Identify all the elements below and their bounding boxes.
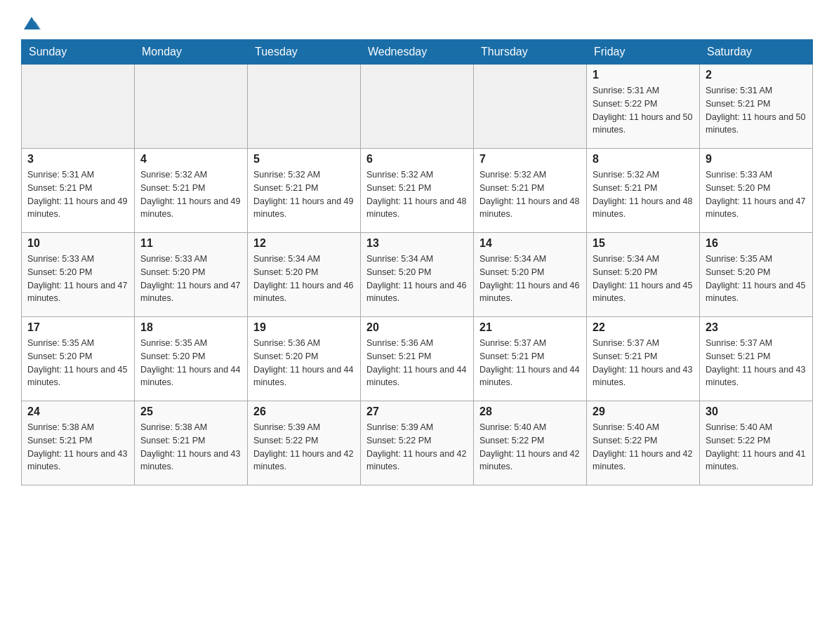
page-header [21, 14, 813, 32]
day-number: 23 [706, 321, 807, 334]
day-number: 15 [593, 237, 694, 250]
day-info: Sunrise: 5:34 AM Sunset: 5:20 PM Dayligh… [479, 253, 581, 305]
day-number: 1 [593, 69, 694, 81]
day-info: Sunrise: 5:40 AM Sunset: 5:22 PM Dayligh… [706, 421, 807, 474]
day-number: 19 [253, 321, 355, 334]
calendar-cell: 5Sunrise: 5:32 AM Sunset: 5:21 PM Daylig… [248, 149, 361, 233]
calendar-cell [135, 65, 248, 149]
calendar-cell: 14Sunrise: 5:34 AM Sunset: 5:20 PM Dayli… [474, 233, 587, 317]
day-number: 2 [706, 69, 807, 81]
calendar-cell: 17Sunrise: 5:35 AM Sunset: 5:20 PM Dayli… [22, 317, 135, 401]
calendar-cell [474, 65, 587, 149]
calendar-cell: 3Sunrise: 5:31 AM Sunset: 5:21 PM Daylig… [22, 149, 135, 233]
calendar-cell: 26Sunrise: 5:39 AM Sunset: 5:22 PM Dayli… [248, 401, 361, 485]
day-number: 4 [140, 153, 241, 166]
day-number: 5 [253, 153, 355, 166]
day-info: Sunrise: 5:37 AM Sunset: 5:21 PM Dayligh… [706, 337, 807, 389]
calendar-cell: 23Sunrise: 5:37 AM Sunset: 5:21 PM Dayli… [700, 317, 813, 401]
day-number: 29 [593, 405, 694, 418]
day-info: Sunrise: 5:31 AM Sunset: 5:21 PM Dayligh… [706, 84, 807, 137]
calendar-cell: 2Sunrise: 5:31 AM Sunset: 5:21 PM Daylig… [700, 65, 813, 149]
calendar-cell: 19Sunrise: 5:36 AM Sunset: 5:20 PM Dayli… [248, 317, 361, 401]
calendar-cell: 29Sunrise: 5:40 AM Sunset: 5:22 PM Dayli… [587, 401, 700, 485]
day-info: Sunrise: 5:34 AM Sunset: 5:20 PM Dayligh… [366, 253, 468, 305]
day-number: 24 [27, 405, 128, 418]
day-info: Sunrise: 5:40 AM Sunset: 5:22 PM Dayligh… [593, 421, 694, 474]
day-number: 13 [366, 237, 468, 250]
day-info: Sunrise: 5:32 AM Sunset: 5:21 PM Dayligh… [366, 168, 468, 221]
day-number: 26 [253, 405, 355, 418]
day-info: Sunrise: 5:32 AM Sunset: 5:21 PM Dayligh… [479, 168, 581, 221]
calendar-cell: 15Sunrise: 5:34 AM Sunset: 5:20 PM Dayli… [587, 233, 700, 317]
calendar-cell: 25Sunrise: 5:38 AM Sunset: 5:21 PM Dayli… [135, 401, 248, 485]
weekday-header-sunday: Sunday [22, 40, 135, 65]
day-info: Sunrise: 5:40 AM Sunset: 5:22 PM Dayligh… [479, 421, 581, 474]
day-info: Sunrise: 5:31 AM Sunset: 5:21 PM Dayligh… [27, 168, 128, 221]
day-info: Sunrise: 5:32 AM Sunset: 5:21 PM Dayligh… [253, 168, 355, 221]
calendar-cell: 11Sunrise: 5:33 AM Sunset: 5:20 PM Dayli… [135, 233, 248, 317]
day-number: 30 [706, 405, 807, 418]
calendar-week-2: 3Sunrise: 5:31 AM Sunset: 5:21 PM Daylig… [22, 149, 813, 233]
day-number: 9 [706, 153, 807, 166]
day-number: 10 [27, 237, 128, 250]
calendar-week-1: 1Sunrise: 5:31 AM Sunset: 5:22 PM Daylig… [22, 65, 813, 149]
calendar-cell [248, 65, 361, 149]
day-number: 18 [140, 321, 241, 334]
day-info: Sunrise: 5:31 AM Sunset: 5:22 PM Dayligh… [593, 84, 694, 137]
weekday-header-wednesday: Wednesday [361, 40, 474, 65]
day-number: 22 [593, 321, 694, 334]
calendar-cell: 1Sunrise: 5:31 AM Sunset: 5:22 PM Daylig… [587, 65, 700, 149]
weekday-header-saturday: Saturday [700, 40, 813, 65]
day-info: Sunrise: 5:38 AM Sunset: 5:21 PM Dayligh… [27, 421, 128, 474]
weekday-header-friday: Friday [587, 40, 700, 65]
logo [21, 14, 41, 32]
day-number: 8 [593, 153, 694, 166]
calendar-week-5: 24Sunrise: 5:38 AM Sunset: 5:21 PM Dayli… [22, 401, 813, 485]
day-info: Sunrise: 5:33 AM Sunset: 5:20 PM Dayligh… [27, 253, 128, 305]
calendar-cell: 18Sunrise: 5:35 AM Sunset: 5:20 PM Dayli… [135, 317, 248, 401]
calendar-cell [361, 65, 474, 149]
calendar-cell: 7Sunrise: 5:32 AM Sunset: 5:21 PM Daylig… [474, 149, 587, 233]
day-info: Sunrise: 5:33 AM Sunset: 5:20 PM Dayligh… [706, 168, 807, 221]
day-number: 28 [479, 405, 581, 418]
day-info: Sunrise: 5:32 AM Sunset: 5:21 PM Dayligh… [140, 168, 241, 221]
day-number: 16 [706, 237, 807, 250]
weekday-header-tuesday: Tuesday [248, 40, 361, 65]
day-number: 14 [479, 237, 581, 250]
day-info: Sunrise: 5:35 AM Sunset: 5:20 PM Dayligh… [140, 337, 241, 389]
day-info: Sunrise: 5:35 AM Sunset: 5:20 PM Dayligh… [706, 253, 807, 305]
calendar-cell: 9Sunrise: 5:33 AM Sunset: 5:20 PM Daylig… [700, 149, 813, 233]
day-info: Sunrise: 5:37 AM Sunset: 5:21 PM Dayligh… [593, 337, 694, 389]
day-info: Sunrise: 5:38 AM Sunset: 5:21 PM Dayligh… [140, 421, 241, 474]
calendar-cell: 4Sunrise: 5:32 AM Sunset: 5:21 PM Daylig… [135, 149, 248, 233]
day-number: 11 [140, 237, 241, 250]
day-number: 6 [366, 153, 468, 166]
day-info: Sunrise: 5:33 AM Sunset: 5:20 PM Dayligh… [140, 253, 241, 305]
weekday-header-monday: Monday [135, 40, 248, 65]
logo-icon [22, 14, 41, 32]
calendar-cell: 20Sunrise: 5:36 AM Sunset: 5:21 PM Dayli… [361, 317, 474, 401]
calendar-week-3: 10Sunrise: 5:33 AM Sunset: 5:20 PM Dayli… [22, 233, 813, 317]
calendar-week-4: 17Sunrise: 5:35 AM Sunset: 5:20 PM Dayli… [22, 317, 813, 401]
day-number: 21 [479, 321, 581, 334]
calendar-cell: 16Sunrise: 5:35 AM Sunset: 5:20 PM Dayli… [700, 233, 813, 317]
day-number: 3 [27, 153, 128, 166]
day-number: 25 [140, 405, 241, 418]
day-info: Sunrise: 5:36 AM Sunset: 5:20 PM Dayligh… [253, 337, 355, 389]
calendar-cell: 21Sunrise: 5:37 AM Sunset: 5:21 PM Dayli… [474, 317, 587, 401]
calendar-cell: 30Sunrise: 5:40 AM Sunset: 5:22 PM Dayli… [700, 401, 813, 485]
day-info: Sunrise: 5:34 AM Sunset: 5:20 PM Dayligh… [253, 253, 355, 305]
calendar-cell: 6Sunrise: 5:32 AM Sunset: 5:21 PM Daylig… [361, 149, 474, 233]
calendar-cell [22, 65, 135, 149]
day-info: Sunrise: 5:37 AM Sunset: 5:21 PM Dayligh… [479, 337, 581, 389]
day-info: Sunrise: 5:34 AM Sunset: 5:20 PM Dayligh… [593, 253, 694, 305]
day-number: 12 [253, 237, 355, 250]
day-info: Sunrise: 5:35 AM Sunset: 5:20 PM Dayligh… [27, 337, 128, 389]
calendar-cell: 12Sunrise: 5:34 AM Sunset: 5:20 PM Dayli… [248, 233, 361, 317]
calendar-cell: 24Sunrise: 5:38 AM Sunset: 5:21 PM Dayli… [22, 401, 135, 485]
weekday-header-thursday: Thursday [474, 40, 587, 65]
calendar-cell: 27Sunrise: 5:39 AM Sunset: 5:22 PM Dayli… [361, 401, 474, 485]
day-info: Sunrise: 5:39 AM Sunset: 5:22 PM Dayligh… [366, 421, 468, 474]
day-number: 27 [366, 405, 468, 418]
day-number: 17 [27, 321, 128, 334]
